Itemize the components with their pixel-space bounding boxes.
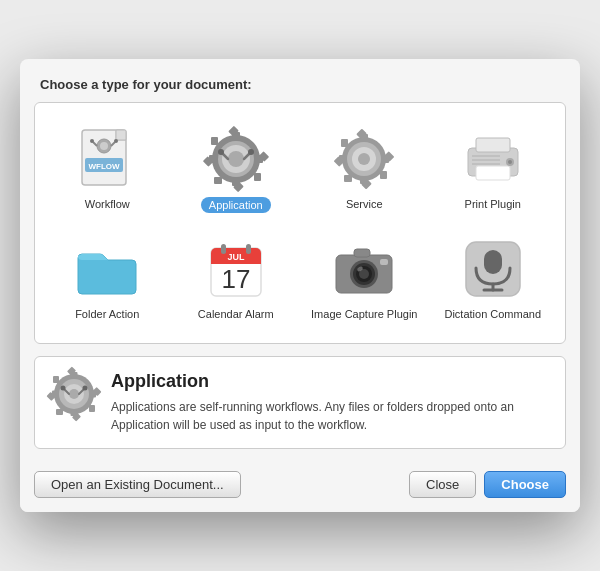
folder-action-icon [74,240,140,298]
svg-point-10 [114,139,118,143]
info-description: Applications are self-running workflows.… [111,398,549,434]
dialog-footer: Open an Existing Document... Close Choos… [20,463,580,512]
type-item-application[interactable]: Application [174,119,299,219]
image-capture-label: Image Capture Plugin [311,307,417,321]
application-icon [205,128,267,190]
application-label: Application [201,197,271,213]
service-icon [334,128,394,190]
svg-point-90 [83,386,88,391]
svg-rect-69 [484,250,502,274]
print-plugin-icon-box [461,127,525,191]
document-type-dialog: Choose a type for your document: WFLOW [20,59,580,513]
info-title: Application [111,371,549,392]
type-item-image-capture[interactable]: Image Capture Plugin [302,229,427,327]
workflow-label: Workflow [85,197,130,211]
svg-point-9 [90,139,94,143]
svg-point-6 [100,142,108,150]
svg-rect-83 [53,376,59,383]
footer-right-buttons: Close Choose [409,471,566,498]
service-icon-box [332,127,396,191]
svg-point-28 [218,149,224,155]
calendar-alarm-label: Calendar Alarm [198,307,274,321]
svg-point-49 [508,160,512,164]
svg-point-89 [61,386,66,391]
svg-rect-2 [116,130,126,140]
info-text: Application Applications are self-runnin… [111,371,549,434]
svg-text:17: 17 [221,264,250,294]
print-plugin-label: Print Plugin [465,197,521,211]
image-capture-icon-box [332,237,396,301]
open-existing-button[interactable]: Open an Existing Document... [34,471,241,498]
dialog-header: Choose a type for your document: [20,59,580,102]
svg-rect-41 [341,139,348,147]
type-grid-section: WFLOW Workflow [34,102,566,345]
type-grid: WFLOW Workflow [45,119,555,328]
workflow-icon-box: WFLOW [75,127,139,191]
svg-rect-22 [211,137,218,145]
type-item-service[interactable]: Service [302,119,427,219]
svg-rect-20 [214,177,222,184]
svg-rect-57 [221,244,226,254]
svg-point-25 [228,151,244,167]
dictation-icon [462,238,524,300]
svg-text:JUL: JUL [227,252,245,262]
folder-action-icon-box [75,237,139,301]
info-section-icon [51,371,97,417]
svg-point-44 [358,153,370,165]
svg-rect-46 [476,138,510,152]
calendar-alarm-icon: JUL 17 [207,238,265,300]
print-plugin-icon [462,130,524,188]
svg-rect-37 [380,171,387,179]
svg-text:WFLOW: WFLOW [89,162,121,171]
svg-rect-18 [254,173,261,181]
dictation-label: Dictation Command [444,307,541,321]
choose-button[interactable]: Choose [484,471,566,498]
svg-point-86 [69,389,79,399]
type-item-folder-action[interactable]: Folder Action [45,229,170,327]
svg-rect-66 [354,249,370,257]
workflow-icon: WFLOW [78,128,136,190]
type-item-print-plugin[interactable]: Print Plugin [431,119,556,219]
type-item-workflow[interactable]: WFLOW Workflow [45,119,170,219]
application-icon-box [204,127,268,191]
service-label: Service [346,197,383,211]
dictation-icon-box [461,237,525,301]
svg-rect-67 [380,259,388,265]
calendar-alarm-icon-box: JUL 17 [204,237,268,301]
info-section: Application Applications are self-runnin… [34,356,566,449]
type-item-calendar-alarm[interactable]: JUL 17 Calendar Alarm [174,229,299,327]
svg-rect-58 [246,244,251,254]
folder-action-label: Folder Action [75,307,139,321]
svg-rect-81 [56,409,63,415]
svg-point-29 [248,149,254,155]
svg-rect-39 [344,175,352,182]
type-item-dictation[interactable]: Dictation Command [431,229,556,327]
svg-rect-47 [476,166,510,180]
svg-rect-79 [89,405,95,412]
image-capture-icon [332,241,396,297]
close-button[interactable]: Close [409,471,476,498]
